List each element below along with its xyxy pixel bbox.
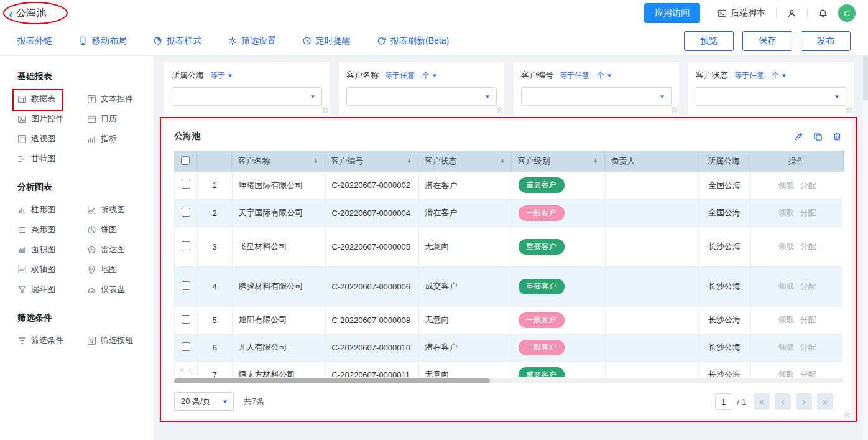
resize-handle[interactable] [322,107,328,113]
prev-page-button[interactable]: ‹ [775,393,791,410]
assign-link[interactable]: 分配 [800,315,816,324]
copy-icon[interactable] [813,132,823,141]
row-checkbox[interactable] [182,180,190,189]
filter-operator-dropdown[interactable]: 等于任意一个▼ [385,70,437,81]
publish-button[interactable]: 发布 [801,31,851,51]
claim-link[interactable]: 领取 [778,281,795,291]
sidebar-item-metric[interactable]: 指标 [87,133,154,144]
column-header-3[interactable]: 客户级别▲▼ [511,151,604,172]
row-checkbox[interactable] [182,241,190,250]
resize-handle[interactable] [672,107,677,113]
resize-handle[interactable] [846,107,852,113]
filter-widget-card[interactable]: 客户名称等于任意一个▼▼ [339,62,504,115]
sidebar-item-pie-chart[interactable]: 饼图 [87,224,154,235]
sidebar-item-label: 透视图 [31,133,55,144]
filter-operator-dropdown[interactable]: 等于任意一个▼ [560,70,612,81]
sidebar-item-data-table[interactable]: 数据表 [17,93,87,105]
sidebar-item-bar-chart[interactable]: 条形图 [17,224,87,235]
row-checkbox[interactable] [182,208,190,217]
sidebar-item-column-chart[interactable]: 柱形图 [17,204,87,215]
table-row: 2天宇国际有限公司C-20220607-0000004潜在客户一般客户全国公海领… [175,199,842,227]
sidebar-item-filter[interactable]: 筛选条件 [17,335,87,346]
claim-link[interactable]: 领取 [778,241,795,251]
sort-icon[interactable]: ▲▼ [594,159,598,164]
row-checkbox[interactable] [182,281,190,290]
assign-link[interactable]: 分配 [800,370,816,377]
claim-link[interactable]: 领取 [778,370,795,377]
row-checkbox[interactable] [182,370,190,378]
sidebar-item-map[interactable]: 地图 [87,264,154,275]
claim-link[interactable]: 领取 [778,208,795,217]
sidebar-item-gauge[interactable]: 仪表盘 [87,284,154,295]
user-icon[interactable] [787,9,796,18]
assign-link[interactable]: 分配 [800,281,816,291]
app-access-button[interactable]: 应用访问 [644,3,700,23]
filter-value-select[interactable]: ▼ [346,87,497,106]
page-scrollbar[interactable] [863,56,868,440]
page-size-select[interactable]: 20 条/页 ▼ [174,392,234,411]
claim-link[interactable]: 领取 [778,180,795,190]
sort-icon[interactable]: ▲▼ [501,159,505,164]
customer-name-cell: 飞星材料公司 [232,227,325,266]
sidebar-item-gantt[interactable]: 甘特图 [17,153,87,164]
back-icon[interactable]: ‹ [9,7,13,20]
claim-link[interactable]: 领取 [778,342,795,352]
sidebar-item-image-widget[interactable]: 图片控件 [17,113,87,124]
sidebar-item-text-widget[interactable]: 文本控件 [87,93,154,105]
first-page-button[interactable]: « [754,393,770,410]
sidebar-item-pivot[interactable]: 透视图 [17,133,87,144]
horizontal-scrollbar-thumb[interactable] [174,378,490,383]
sidebar-item-filter-button[interactable]: 筛选按钮 [87,335,154,346]
avatar[interactable]: C [838,4,856,22]
sidebar-item-line-chart[interactable]: 折线图 [87,204,154,215]
sidebar-item-funnel-chart[interactable]: 漏斗图 [17,284,87,295]
trash-icon[interactable] [833,132,842,141]
backend-script-button[interactable]: 后端脚本 [718,7,765,19]
toolbar-item-filter-settings[interactable]: 筛选设置 [228,35,276,47]
toolbar-item-mobile-layout[interactable]: 移动布局 [78,35,127,47]
current-page-input[interactable]: 1 [715,393,732,410]
assign-link[interactable]: 分配 [800,342,816,352]
save-button[interactable]: 保存 [742,31,792,51]
horizontal-scrollbar[interactable] [174,378,843,383]
assign-link[interactable]: 分配 [800,241,816,251]
row-checkbox[interactable] [182,342,190,351]
select-all-checkbox[interactable] [181,156,190,165]
customer-name-cell: 天宇国际有限公司 [232,199,325,227]
filter-widget-card[interactable]: 客户编号等于任意一个▼▼ [514,62,679,115]
toolbar-item-report-external-link[interactable]: 报表外链 [17,35,52,47]
column-header-1[interactable]: 客户编号▲▼ [325,151,418,172]
column-header-2[interactable]: 客户状态▲▼ [418,151,511,172]
resize-handle[interactable] [844,412,850,418]
filter-operator-dropdown[interactable]: 等于▼ [210,70,233,81]
filter-field-label: 所属公海 [172,70,204,81]
table-widget-card[interactable]: 公海池 客户名称▲▼客户编号▲▼客户状态▲▼客户级别▲▼负责人所属公海操作 1坤… [164,121,852,419]
toolbar-item-report-refresh[interactable]: 报表刷新(Beta) [377,35,449,47]
row-checkbox[interactable] [182,315,190,324]
resize-handle[interactable] [497,107,502,113]
page-scrollbar-thumb[interactable] [863,56,868,101]
sidebar-item-dual-axis-chart[interactable]: 双轴图 [17,264,87,275]
sort-icon[interactable]: ▲▼ [407,159,412,164]
sort-icon[interactable]: ▲▼ [314,159,318,164]
filter-widget-card[interactable]: 客户状态等于任意一个▼▼ [688,62,854,115]
toolbar-item-scheduled-reminder[interactable]: 定时提醒 [302,35,351,47]
filter-value-select[interactable]: ▼ [696,87,846,106]
column-header-0[interactable]: 客户名称▲▼ [231,151,325,172]
claim-link[interactable]: 领取 [778,315,795,324]
preview-button[interactable]: 预览 [684,31,734,51]
assign-link[interactable]: 分配 [800,208,816,217]
notification-bell-icon[interactable] [818,9,828,18]
next-page-button[interactable]: › [796,393,812,410]
filter-value-select[interactable]: ▼ [172,87,322,106]
sidebar-item-calendar[interactable]: 日历 [87,113,154,124]
edit-icon[interactable] [794,132,803,141]
filter-widget-card[interactable]: 所属公海等于▼▼ [164,62,330,115]
sidebar-item-radar-chart[interactable]: 雷达图 [87,244,154,255]
toolbar-item-report-style[interactable]: 报表样式 [153,35,201,47]
filter-operator-dropdown[interactable]: 等于任意一个▼ [734,70,787,81]
sidebar-item-area-chart[interactable]: 面积图 [17,244,87,255]
filter-value-select[interactable]: ▼ [521,87,672,106]
last-page-button[interactable]: » [817,393,833,410]
assign-link[interactable]: 分配 [800,180,816,190]
